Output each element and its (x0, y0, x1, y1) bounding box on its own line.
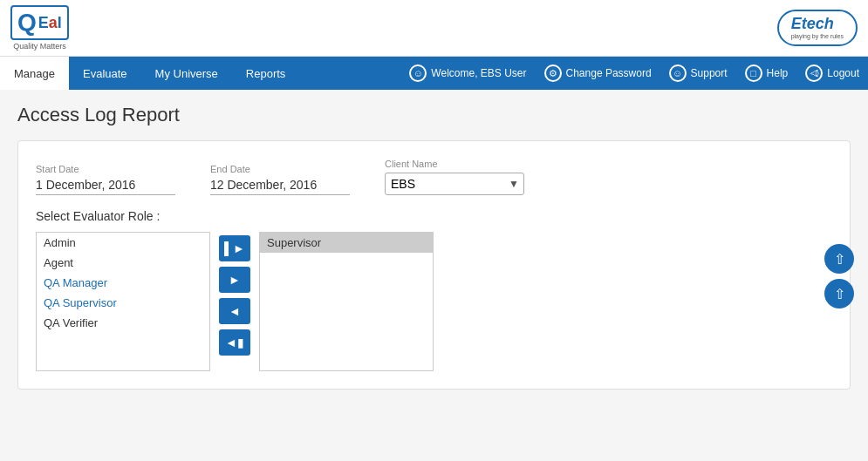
list-item-qa-supervisor[interactable]: QA Supervisor (37, 293, 209, 313)
list-item-admin[interactable]: Admin (37, 233, 209, 253)
end-date-group: End Date 12 December, 2016 (210, 164, 350, 195)
nav-right: ☺ Welcome, EBS User ⚙ Change Password ☺ … (400, 57, 868, 90)
navbar: Manage Evaluate My Universe Reports ☺ We… (0, 57, 868, 90)
client-name-label: Client Name (385, 159, 524, 169)
list-item-qa-manager[interactable]: QA Manager (37, 273, 209, 293)
move-all-right-button[interactable]: ▌► (219, 235, 250, 261)
nav-support[interactable]: ☺ Support (660, 57, 736, 90)
list-item-qa-verifier[interactable]: QA Verifier (37, 313, 209, 333)
left-listbox[interactable]: Admin Agent QA Manager QA Supervisor QA … (36, 232, 210, 371)
etech-logo: Etech playing by the rules (777, 10, 858, 45)
nav-change-password[interactable]: ⚙ Change Password (536, 57, 660, 90)
right-listbox[interactable]: Supervisor (259, 232, 434, 371)
client-name-select-wrapper: EBS All Clients ▼ (385, 173, 524, 195)
help-icon: □ (745, 64, 762, 82)
logo-subtitle: Quality Matters (13, 42, 66, 51)
power-icon: ⏿ (805, 64, 823, 82)
floating-buttons: ⇧ ⇧ (824, 244, 854, 308)
end-date-value: 12 December, 2016 (210, 178, 350, 195)
nav-reports[interactable]: Reports (232, 57, 300, 90)
nav-left: Manage Evaluate My Universe Reports (0, 57, 299, 90)
nav-welcome: ☺ Welcome, EBS User (400, 57, 535, 90)
main-content: Access Log Report Start Date 1 December,… (0, 90, 868, 414)
client-name-group: Client Name EBS All Clients ▼ (385, 159, 524, 195)
etech-text: Etech (791, 15, 844, 33)
arrow-buttons: ▌► ► ◄ ◄▮ (219, 232, 250, 356)
evaluator-label: Select Evaluator Role : (36, 209, 832, 223)
listbox-row: Admin Agent QA Manager QA Supervisor QA … (36, 232, 832, 371)
page-title: Access Log Report (17, 104, 851, 126)
client-name-select[interactable]: EBS All Clients (385, 173, 524, 195)
qeval-logo: Q Eal (10, 5, 69, 40)
logo-q: Q (17, 9, 37, 37)
list-item-supervisor[interactable]: Supervisor (260, 233, 433, 253)
person-icon: ☺ (409, 64, 427, 82)
logo-eval-text: Eal (38, 14, 62, 32)
header: Q Eal Quality Matters Etech playing by t… (0, 0, 868, 57)
scroll-up-button-2[interactable]: ⇧ (824, 279, 854, 308)
nav-evaluate[interactable]: Evaluate (69, 57, 141, 90)
move-all-left-button[interactable]: ◄▮ (219, 329, 250, 356)
form-row: Start Date 1 December, 2016 End Date 12 … (36, 159, 832, 195)
list-item-agent[interactable]: Agent (37, 253, 209, 273)
gear-icon: ⚙ (544, 64, 562, 82)
form-card: Start Date 1 December, 2016 End Date 12 … (17, 140, 851, 390)
start-date-label: Start Date (36, 164, 175, 174)
etech-subtitle: playing by the rules (791, 33, 844, 40)
nav-help[interactable]: □ Help (736, 57, 797, 90)
start-date-group: Start Date 1 December, 2016 (36, 164, 175, 195)
nav-logout[interactable]: ⏿ Logout (796, 57, 868, 90)
evaluator-section: Select Evaluator Role : Admin Agent QA M… (36, 209, 832, 371)
scroll-up-button-1[interactable]: ⇧ (824, 244, 854, 274)
nav-manage[interactable]: Manage (0, 57, 69, 90)
end-date-label: End Date (210, 164, 350, 174)
logo-area: Q Eal Quality Matters (10, 5, 69, 51)
move-left-button[interactable]: ◄ (219, 298, 250, 324)
move-right-button[interactable]: ► (219, 267, 250, 293)
start-date-value: 1 December, 2016 (36, 178, 175, 195)
nav-my-universe[interactable]: My Universe (141, 57, 232, 90)
support-icon: ☺ (669, 64, 687, 82)
